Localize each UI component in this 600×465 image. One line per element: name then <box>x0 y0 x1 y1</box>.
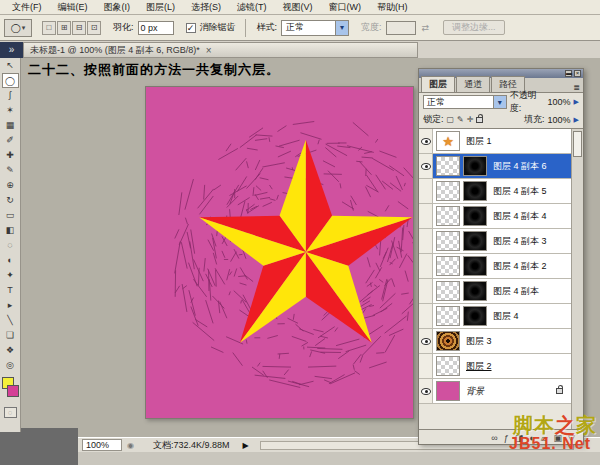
slice-tool-icon[interactable]: ✐ <box>2 133 19 148</box>
visibility-cell[interactable] <box>419 129 433 153</box>
layer-style-icon[interactable]: ƒ <box>504 431 509 445</box>
layer-thumbnail[interactable] <box>436 331 460 351</box>
canvas[interactable] <box>145 86 414 419</box>
panel-menu-icon[interactable]: ≣ <box>573 83 580 92</box>
menu-item-file[interactable]: 文件(F) <box>4 0 50 14</box>
visibility-cell[interactable] <box>419 304 433 328</box>
menu-item-layer[interactable]: 图层(L) <box>138 0 183 14</box>
style-select[interactable]: 正常 ▾ <box>281 20 349 36</box>
menu-item-help[interactable]: 帮助(H) <box>369 0 416 14</box>
pen-tool-icon[interactable]: ✦ <box>2 268 19 283</box>
line-tool-icon[interactable]: ╲ <box>2 313 19 328</box>
close-icon[interactable]: × <box>206 45 212 56</box>
lasso-tool-icon[interactable]: ʃ <box>2 88 19 103</box>
layer-thumbnail[interactable] <box>436 181 460 201</box>
link-layers-icon[interactable]: ∞ <box>491 431 497 445</box>
blur-tool-icon[interactable]: ◌ <box>2 238 19 253</box>
dodge-tool-icon[interactable]: ◐ <box>2 253 19 268</box>
zoom-tool-icon[interactable]: ◎ <box>2 358 19 373</box>
blend-mode-select[interactable]: 正常 ▾ <box>423 95 507 109</box>
layer-row-body[interactable]: 图层 4 副本 3 <box>433 229 571 253</box>
layer-thumbnail[interactable] <box>463 231 487 251</box>
refine-edge-button[interactable]: 调整边缘... <box>443 20 505 35</box>
tool-preset-picker[interactable]: ◯ ▾ <box>4 19 32 37</box>
chevron-right-icon[interactable]: ▶ <box>574 98 579 106</box>
visibility-cell[interactable] <box>419 354 433 378</box>
crop-tool-icon[interactable]: ▦ <box>2 118 19 133</box>
add-selection-icon[interactable]: ⊞ <box>57 21 71 35</box>
layer-thumbnail[interactable] <box>436 306 460 326</box>
chevron-down-icon[interactable]: ▾ <box>335 21 348 35</box>
type-tool-icon[interactable]: T <box>2 283 19 298</box>
hand-tool-icon[interactable]: ❖ <box>2 343 19 358</box>
visibility-cell[interactable] <box>419 154 433 178</box>
visibility-cell[interactable] <box>419 204 433 228</box>
menu-item-view[interactable]: 视图(V) <box>275 0 321 14</box>
eye-icon[interactable] <box>421 338 431 345</box>
layer-row-body[interactable]: 图层 2 <box>433 354 571 378</box>
fill-value[interactable]: 100% <box>548 115 571 125</box>
document-title-bar[interactable]: 未标题-1 @ 100% (图层 4 副本 6, RGB/8)* × <box>23 42 418 58</box>
brush-tool-icon[interactable]: ✎ <box>2 163 19 178</box>
layer-row-body[interactable]: 图层 4 副本 2 <box>433 254 571 278</box>
eye-icon[interactable] <box>421 138 431 145</box>
layer-row[interactable]: 图层 4 副本 4 <box>419 204 571 229</box>
menu-item-filter[interactable]: 滤镜(T) <box>229 0 275 14</box>
layer-thumbnail[interactable] <box>436 256 460 276</box>
gradient-tool-icon[interactable]: ◧ <box>2 223 19 238</box>
notes-tool-icon[interactable]: ❏ <box>2 328 19 343</box>
chevron-right-icon[interactable]: ▶ <box>574 116 579 124</box>
layer-thumbnail[interactable]: ★ <box>436 131 460 151</box>
layer-thumbnail[interactable] <box>463 156 487 176</box>
layer-row[interactable]: 图层 4 副本 <box>419 279 571 304</box>
visibility-cell[interactable] <box>419 254 433 278</box>
toolbox-collapse-button[interactable]: » <box>0 42 23 58</box>
layer-thumbnail[interactable] <box>436 281 460 301</box>
lock-pixels-icon[interactable]: ✎ <box>457 115 464 124</box>
layer-thumbnail[interactable] <box>463 256 487 276</box>
layer-row[interactable]: 图层 4 副本 6 <box>419 154 571 179</box>
layer-row-body[interactable]: 图层 4 <box>433 304 571 328</box>
layer-row[interactable]: 图层 4 <box>419 304 571 329</box>
move-tool-icon[interactable]: ↖ <box>2 58 19 73</box>
layer-row-body[interactable]: 图层 4 副本 <box>433 279 571 303</box>
chevron-down-icon[interactable]: ▾ <box>493 96 506 108</box>
tab-layers[interactable]: 图层 <box>421 76 455 92</box>
layer-thumbnail[interactable] <box>436 156 460 176</box>
lock-transparency-icon[interactable]: ▢ <box>447 115 455 124</box>
layer-row-body[interactable]: 图层 4 副本 5 <box>433 179 571 203</box>
visibility-cell[interactable] <box>419 329 433 353</box>
intersect-selection-icon[interactable]: ⊡ <box>87 21 101 35</box>
menu-item-edit[interactable]: 编辑(E) <box>50 0 96 14</box>
elliptical-marquee-tool-icon[interactable]: ◯ <box>2 73 19 88</box>
layer-row[interactable]: 图层 4 副本 2 <box>419 254 571 279</box>
layer-row-body[interactable]: 图层 4 副本 4 <box>433 204 571 228</box>
quick-mask-icon[interactable]: ◌ <box>4 407 17 418</box>
history-brush-tool-icon[interactable]: ↻ <box>2 193 19 208</box>
layer-row[interactable]: 图层 4 副本 3 <box>419 229 571 254</box>
layer-row-body[interactable]: 图层 3 <box>433 329 571 353</box>
antialias-checkbox[interactable]: ✓ <box>186 23 196 33</box>
magic-wand-tool-icon[interactable]: ✶ <box>2 103 19 118</box>
layer-row-body[interactable]: 背景 <box>433 379 571 403</box>
path-select-tool-icon[interactable]: ▸ <box>2 298 19 313</box>
healing-brush-tool-icon[interactable]: ✚ <box>2 148 19 163</box>
eye-icon[interactable] <box>421 388 431 395</box>
eraser-tool-icon[interactable]: ▭ <box>2 208 19 223</box>
menu-item-select[interactable]: 选择(S) <box>183 0 229 14</box>
background-color-swatch[interactable] <box>7 385 19 397</box>
layer-row[interactable]: 图层 3 <box>419 329 571 354</box>
lock-position-icon[interactable]: ✛ <box>467 115 474 124</box>
visibility-cell[interactable] <box>419 379 433 403</box>
feather-input[interactable]: 0 px <box>138 21 174 35</box>
layer-thumbnail[interactable] <box>436 206 460 226</box>
layer-thumbnail[interactable] <box>436 356 460 376</box>
menu-item-image[interactable]: 图象(I) <box>96 0 139 14</box>
layer-thumbnail[interactable] <box>463 181 487 201</box>
close-icon[interactable]: × <box>574 70 581 77</box>
layer-thumbnail[interactable] <box>436 381 460 401</box>
menu-item-window[interactable]: 窗口(W) <box>321 0 370 14</box>
status-menu-arrow-icon[interactable]: ▶ <box>243 441 249 450</box>
scrollbar-thumb[interactable] <box>573 131 582 157</box>
minimize-icon[interactable]: ▬ <box>565 70 572 77</box>
